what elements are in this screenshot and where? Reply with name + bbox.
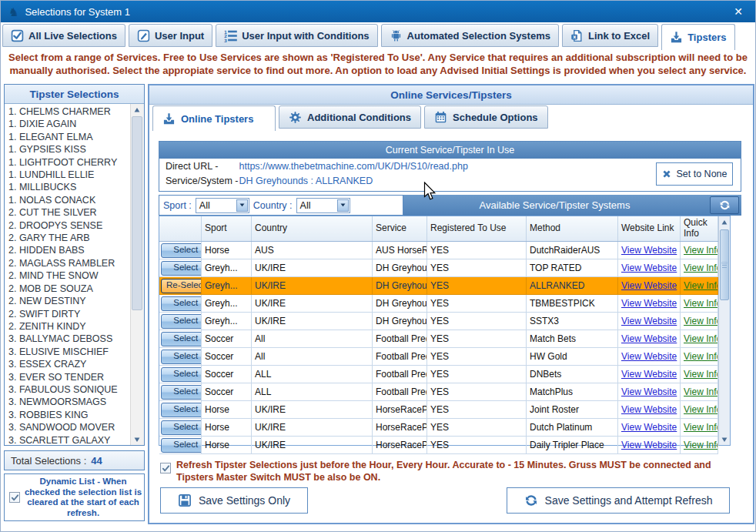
subtab-additional-conditions[interactable]: Additional Conditions: [279, 105, 421, 129]
pencil-icon: [137, 29, 150, 42]
list-item[interactable]: 3. NEWMOORSMAGS: [8, 396, 131, 408]
cell-country: All: [252, 348, 373, 366]
select-system-button[interactable]: Select System: [161, 332, 202, 346]
tab-link-to-excel[interactable]: x Link to Excel: [562, 24, 658, 47]
direct-url-value[interactable]: https://www.thebetmachine.com/UK/DH/S10/…: [239, 161, 467, 172]
list-item[interactable]: 1. LIGHTFOOT CHERRY: [8, 156, 131, 169]
view-info-link[interactable]: View Info: [684, 440, 718, 450]
tab-tipsters[interactable]: Tipsters: [661, 24, 734, 50]
scroll-down-icon[interactable]: [719, 433, 730, 445]
view-website-link[interactable]: View Website: [621, 298, 677, 309]
select-system-button[interactable]: Select System: [161, 385, 202, 400]
tab-all-live-selections[interactable]: All Live Selections: [2, 24, 125, 47]
tab-user-input-with-conditions[interactable]: 123 User Input with Conditions: [216, 24, 377, 47]
select-system-button[interactable]: Select System: [161, 403, 202, 417]
list-item[interactable]: 3. ESSEX CRAZY: [8, 358, 131, 370]
sport-select[interactable]: All: [196, 198, 249, 213]
scroll-up-icon[interactable]: [131, 104, 143, 115]
list-item[interactable]: 1. ELEGANT ELMA: [8, 131, 131, 143]
country-select[interactable]: All: [296, 198, 350, 213]
view-website-link[interactable]: View Website: [621, 245, 677, 256]
list-item[interactable]: 2. MAGLASS RAMBLER: [8, 257, 131, 269]
view-info-link[interactable]: View Info: [684, 404, 718, 415]
list-item[interactable]: 1. MILLIBUCKS: [8, 181, 131, 193]
list-item[interactable]: 2. HIDDEN BABS: [8, 244, 131, 256]
view-info-link[interactable]: View Info: [684, 316, 718, 326]
cell-country: ALL: [252, 383, 373, 401]
view-website-link[interactable]: View Website: [621, 404, 677, 415]
view-info-link[interactable]: View Info: [684, 280, 718, 291]
list-item[interactable]: 1. LUNDHILL ELLIE: [8, 169, 131, 181]
list-item[interactable]: 1. NOLAS CONACK: [8, 194, 131, 206]
chevron-down-icon[interactable]: [236, 199, 248, 212]
list-item[interactable]: 2. MIND THE SNOW: [8, 269, 131, 282]
list-item[interactable]: 3. SCARLETT GALAXY: [8, 434, 131, 445]
scrollbar-thumb[interactable]: [132, 116, 142, 310]
view-info-link[interactable]: View Info: [684, 386, 718, 397]
cell-service: DH Greyhounds: [373, 259, 427, 277]
list-item[interactable]: 1. DIXIE AGAIN: [8, 118, 131, 130]
view-website-link[interactable]: View Website: [621, 422, 677, 433]
view-website-link[interactable]: View Website: [621, 316, 677, 326]
select-system-button[interactable]: Select System: [161, 367, 202, 382]
list-item[interactable]: 2. DROOPYS SENSE: [8, 219, 131, 232]
save-settings-only-button[interactable]: Save Settings Only: [160, 487, 308, 514]
tab-user-input[interactable]: User Input: [129, 24, 212, 47]
tab-automated-selection-systems[interactable]: Automated Selection Systems: [381, 24, 559, 47]
view-info-link[interactable]: View Info: [684, 263, 718, 273]
list-item[interactable]: 1. CHELMS CHARMER: [8, 105, 131, 118]
select-system-button[interactable]: Select System: [161, 296, 202, 311]
list-item[interactable]: 3. EVER SO TENDER: [8, 371, 131, 383]
set-to-none-button[interactable]: Set to None: [656, 162, 733, 186]
scroll-down-icon[interactable]: [131, 433, 143, 445]
list-item[interactable]: 3. ROBBIES KING: [8, 409, 131, 421]
list-item[interactable]: 3. ELUSIVE MISCHIEF: [8, 346, 131, 358]
subtab-label: Schedule Options: [453, 112, 538, 123]
select-system-button[interactable]: Select System: [161, 350, 202, 364]
view-website-link[interactable]: View Website: [621, 369, 677, 380]
view-info-link[interactable]: View Info: [684, 298, 718, 309]
select-system-button[interactable]: Select System: [161, 261, 202, 276]
select-system-button[interactable]: Select System: [161, 314, 202, 329]
list-item[interactable]: 3. SANDWOOD MOVER: [8, 421, 131, 433]
view-info-link[interactable]: View Info: [684, 369, 718, 380]
view-website-link[interactable]: View Website: [621, 263, 677, 273]
subtab-online-tipsters[interactable]: Online Tipsters: [152, 105, 276, 131]
dynamic-list-checkbox[interactable]: [9, 492, 20, 503]
list-item[interactable]: 2. SWIFT DIRTY: [8, 308, 131, 320]
select-system-button[interactable]: Select System: [161, 438, 202, 453]
chevron-down-icon[interactable]: [337, 199, 349, 212]
view-info-link[interactable]: View Info: [684, 351, 718, 362]
list-item[interactable]: 1. GYPSIES KISS: [8, 143, 131, 156]
refresh-note-text: Refresh Tipster Selections just before t…: [176, 460, 731, 483]
view-website-link[interactable]: View Website: [621, 440, 677, 450]
save-settings-and-refresh-button[interactable]: Save Settings and Attempt Refresh: [507, 487, 730, 514]
view-info-link[interactable]: View Info: [684, 333, 718, 344]
list-item[interactable]: 3. BALLYMAC DEBOSS: [8, 333, 131, 345]
subtab-schedule-options[interactable]: Schedule Options: [424, 105, 548, 129]
list-item[interactable]: 2. CUT THE SILVER: [8, 206, 131, 219]
refresh-list-button[interactable]: [710, 196, 739, 214]
view-website-link[interactable]: View Website: [621, 351, 677, 362]
list-item[interactable]: 2. ZENITH KINDY: [8, 320, 131, 333]
view-info-link[interactable]: View Info: [684, 422, 718, 433]
select-system-button[interactable]: Select System: [161, 243, 202, 258]
list-item[interactable]: 2. GARY THE ARB: [8, 232, 131, 244]
table-row: Select System Soccer All Football Predic…: [159, 348, 718, 366]
refresh-note-checkbox[interactable]: [160, 463, 171, 473]
list-item[interactable]: 2. NEW DESTINY: [8, 295, 131, 307]
scroll-up-icon[interactable]: [719, 216, 730, 228]
view-website-link[interactable]: View Website: [621, 386, 677, 397]
close-icon[interactable]: ✕: [734, 5, 743, 18]
sidebar-scrollbar[interactable]: [130, 104, 144, 445]
excel-icon: x: [570, 29, 584, 42]
select-system-button[interactable]: Re-Select System: [161, 279, 202, 293]
list-item[interactable]: 2. MOB DE SOUZA: [8, 283, 131, 295]
view-website-link[interactable]: View Website: [621, 333, 677, 344]
table-scrollbar[interactable]: [718, 216, 730, 445]
list-item[interactable]: 3. FABULOUS SONIQUE: [8, 383, 131, 396]
view-info-link[interactable]: View Info: [684, 245, 718, 256]
view-website-link[interactable]: View Website: [621, 280, 677, 291]
scrollbar-thumb[interactable]: [720, 229, 729, 300]
select-system-button[interactable]: Select System: [161, 420, 202, 435]
